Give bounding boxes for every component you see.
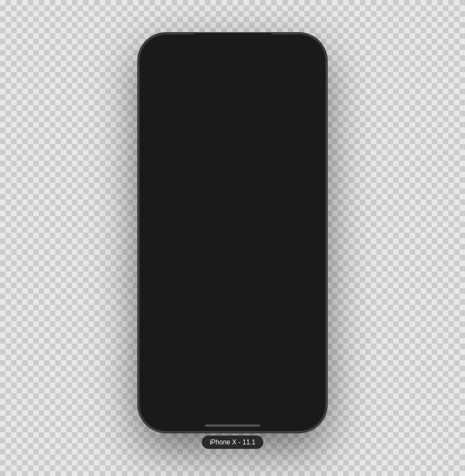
phone-screen: 10:50 <box>146 41 319 424</box>
svg-point-19 <box>164 331 172 336</box>
content-area: PDF Viewer for iOS Everything related to… <box>146 130 319 397</box>
wifi-icon <box>285 55 293 62</box>
svg-point-12 <box>166 213 170 218</box>
battery-icon <box>296 55 308 62</box>
android-icon <box>161 259 304 277</box>
svg-point-10 <box>168 160 169 161</box>
android-card-title: PDF Viewer for Android <box>161 282 304 291</box>
svg-rect-5 <box>296 57 304 60</box>
svg-point-22 <box>167 373 168 375</box>
android-card-meta: 22 articles in this collection Written b… <box>161 321 304 346</box>
phone-mockup: 10:50 <box>138 33 327 443</box>
ios-avatar <box>161 209 176 225</box>
svg-rect-2 <box>278 57 280 62</box>
svg-rect-3 <box>280 55 282 62</box>
android-card[interactable]: PDF Viewer for Android Everything relate… <box>152 250 313 355</box>
svg-line-7 <box>167 109 169 111</box>
search-area: Search for answers... <box>146 93 319 130</box>
android-avatar <box>161 321 176 337</box>
phone-label: iPhone X - 11.1 <box>202 436 264 449</box>
status-bar: 10:50 <box>146 41 319 65</box>
search-placeholder: Search for answers... <box>174 104 303 114</box>
ios-card-desc: Everything related to the iOS version of… <box>161 183 304 203</box>
svg-rect-15 <box>164 261 172 271</box>
ios-meta-text: 40 articles in this collection Written b… <box>180 209 304 234</box>
status-time: 10:50 <box>157 54 175 62</box>
ios-icon <box>161 147 304 165</box>
ios-card-meta: 40 articles in this collection Written b… <box>161 209 304 234</box>
svg-rect-9 <box>164 149 172 159</box>
app-header: Help × <box>146 65 319 93</box>
ios-card[interactable]: PDF Viewer for iOS Everything related to… <box>152 138 313 243</box>
partial-card <box>152 362 313 390</box>
svg-rect-0 <box>273 60 275 62</box>
svg-point-18 <box>166 325 170 330</box>
svg-point-16 <box>168 272 169 273</box>
signal-icon <box>273 55 282 62</box>
search-box[interactable]: Search for answers... <box>155 99 310 119</box>
svg-rect-1 <box>276 58 277 62</box>
svg-point-13 <box>164 219 172 224</box>
app-header-title: Help <box>223 71 243 82</box>
android-meta-text: 22 articles in this collection Written b… <box>180 321 304 346</box>
partial-icon <box>159 364 175 382</box>
status-icons <box>273 55 308 62</box>
android-card-desc: Everything related to the Android versio… <box>161 295 304 315</box>
svg-point-6 <box>163 105 168 110</box>
search-icon <box>162 104 169 114</box>
ios-card-title: PDF Viewer for iOS <box>161 170 304 180</box>
close-button[interactable]: × <box>304 72 310 84</box>
